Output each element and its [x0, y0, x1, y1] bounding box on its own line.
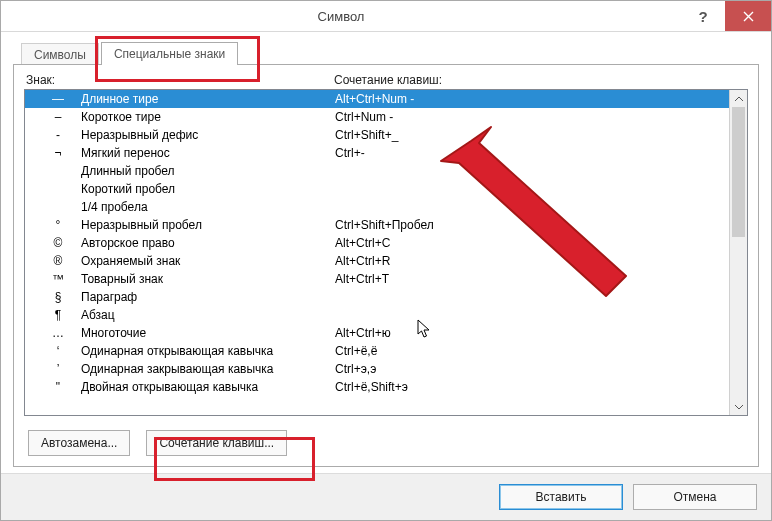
char-shortcut: Alt+Ctrl+R	[335, 254, 390, 268]
char-symbol: …	[35, 326, 81, 340]
list-item[interactable]: ¬Мягкий переносCtrl+-	[25, 144, 729, 162]
list-item[interactable]: ’Одинарная закрывающая кавычкаCtrl+э,э	[25, 360, 729, 378]
header-znak: Знак:	[26, 73, 334, 87]
char-shortcut: Alt+Ctrl+C	[335, 236, 390, 250]
character-rows[interactable]: —Длинное тиреAlt+Ctrl+Num -–Короткое тир…	[25, 90, 729, 415]
column-headers: Знак: Сочетание клавиш:	[24, 73, 748, 87]
char-name: Параграф	[81, 290, 335, 304]
character-list: —Длинное тиреAlt+Ctrl+Num -–Короткое тир…	[24, 89, 748, 416]
char-name: Охраняемый знак	[81, 254, 335, 268]
symbol-dialog: Символ ? Символы Специальные знаки Знак:…	[0, 0, 772, 521]
scroll-up-button[interactable]	[730, 90, 747, 107]
cancel-button[interactable]: Отмена	[633, 484, 757, 510]
char-symbol: —	[35, 92, 81, 106]
list-item[interactable]: 1/4 пробела	[25, 198, 729, 216]
char-shortcut: Alt+Ctrl+Num -	[335, 92, 414, 106]
char-symbol: ™	[35, 272, 81, 286]
list-item[interactable]: ¶Абзац	[25, 306, 729, 324]
char-shortcut: Ctrl+Shift+_	[335, 128, 398, 142]
char-shortcut: Ctrl+-	[335, 146, 365, 160]
chevron-up-icon	[735, 96, 743, 102]
tab-special-characters[interactable]: Специальные знаки	[101, 42, 238, 65]
char-name: Абзац	[81, 308, 335, 322]
list-item[interactable]: ‘Одинарная открывающая кавычкаCtrl+ё,ё	[25, 342, 729, 360]
char-symbol: ‘	[35, 344, 81, 358]
char-name: Длинное тире	[81, 92, 335, 106]
dialog-footer: Вставить Отмена	[1, 473, 771, 520]
header-shortcut: Сочетание клавиш:	[334, 73, 442, 87]
char-name: Неразрывный дефис	[81, 128, 335, 142]
char-name: Неразрывный пробел	[81, 218, 335, 232]
list-item[interactable]: Длинный пробел	[25, 162, 729, 180]
special-chars-panel: Знак: Сочетание клавиш: —Длинное тиреAlt…	[13, 64, 759, 467]
scroll-down-button[interactable]	[730, 398, 747, 415]
dialog-body: Символы Специальные знаки Знак: Сочетани…	[1, 32, 771, 473]
char-shortcut: Ctrl+Num -	[335, 110, 393, 124]
char-symbol: °	[35, 218, 81, 232]
tab-symbols[interactable]: Символы	[21, 43, 99, 66]
char-name: Длинный пробел	[81, 164, 335, 178]
scrollbar-thumb[interactable]	[732, 107, 745, 237]
shortcut-button[interactable]: Сочетание клавиш...	[146, 430, 287, 456]
list-item[interactable]: -Неразрывный дефисCtrl+Shift+_	[25, 126, 729, 144]
window-controls: ?	[681, 1, 771, 31]
char-name: 1/4 пробела	[81, 200, 335, 214]
char-name: Одинарная открывающая кавычка	[81, 344, 335, 358]
char-shortcut: Alt+Ctrl+T	[335, 272, 389, 286]
char-name: Товарный знак	[81, 272, 335, 286]
char-symbol: –	[35, 110, 81, 124]
list-item[interactable]: –Короткое тиреCtrl+Num -	[25, 108, 729, 126]
list-item[interactable]: ©Авторское правоAlt+Ctrl+C	[25, 234, 729, 252]
list-item[interactable]: °Неразрывный пробелCtrl+Shift+Пробел	[25, 216, 729, 234]
tabstrip: Символы Специальные знаки	[21, 40, 759, 64]
scrollbar[interactable]	[729, 90, 747, 415]
list-item[interactable]: §Параграф	[25, 288, 729, 306]
char-name: Одинарная закрывающая кавычка	[81, 362, 335, 376]
char-shortcut: Alt+Ctrl+ю	[335, 326, 391, 340]
list-item[interactable]: —Длинное тиреAlt+Ctrl+Num -	[25, 90, 729, 108]
window-title: Символ	[1, 9, 681, 24]
char-symbol: ’	[35, 362, 81, 376]
char-name: Короткий пробел	[81, 182, 335, 196]
char-symbol: ¶	[35, 308, 81, 322]
autoreplace-button[interactable]: Автозамена...	[28, 430, 130, 456]
list-item[interactable]: ®Охраняемый знакAlt+Ctrl+R	[25, 252, 729, 270]
titlebar: Символ ?	[1, 1, 771, 32]
chevron-down-icon	[735, 404, 743, 410]
char-symbol: ®	[35, 254, 81, 268]
char-shortcut: Ctrl+Shift+Пробел	[335, 218, 434, 232]
list-item[interactable]: …МноготочиеAlt+Ctrl+ю	[25, 324, 729, 342]
char-name: Короткое тире	[81, 110, 335, 124]
char-shortcut: Ctrl+ё,Shift+э	[335, 380, 408, 394]
close-button[interactable]	[725, 1, 771, 31]
char-name: Авторское право	[81, 236, 335, 250]
char-name: Двойная открывающая кавычка	[81, 380, 335, 394]
help-button[interactable]: ?	[681, 1, 725, 31]
list-item[interactable]: ™Товарный знакAlt+Ctrl+T	[25, 270, 729, 288]
list-item[interactable]: Короткий пробел	[25, 180, 729, 198]
char-symbol: §	[35, 290, 81, 304]
char-symbol: -	[35, 128, 81, 142]
char-symbol: ©	[35, 236, 81, 250]
char-symbol: "	[35, 380, 81, 394]
char-shortcut: Ctrl+э,э	[335, 362, 376, 376]
panel-buttons: Автозамена... Сочетание клавиш...	[28, 430, 748, 456]
char-name: Мягкий перенос	[81, 146, 335, 160]
char-shortcut: Ctrl+ё,ё	[335, 344, 377, 358]
close-icon	[743, 11, 754, 22]
char-name: Многоточие	[81, 326, 335, 340]
insert-button[interactable]: Вставить	[499, 484, 623, 510]
list-item[interactable]: "Двойная открывающая кавычкаCtrl+ё,Shift…	[25, 378, 729, 396]
char-symbol: ¬	[35, 146, 81, 160]
